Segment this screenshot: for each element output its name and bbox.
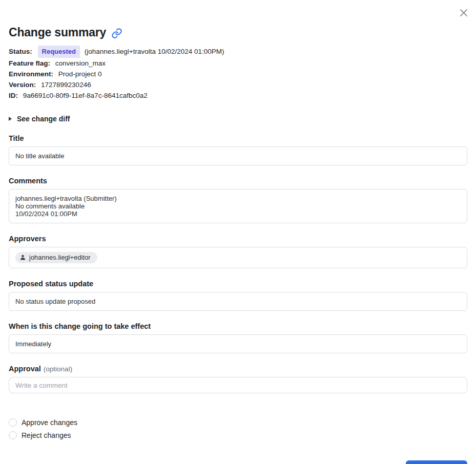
environment-row: Environment: Prod-project 0 [9,69,467,79]
change-summary-dialog: Change summary Status: Requested (johann… [0,0,476,464]
approval-optional-text: (optional) [44,365,72,373]
approvers-section-label: Approvers [9,235,467,243]
radio-circle-icon[interactable] [9,418,17,427]
approval-section: Approval (optional) [9,365,467,393]
reject-changes-radio[interactable]: Reject changes [9,431,467,439]
status-suffix: (johannes.liegl+travolta 10/02/2024 01:0… [85,48,224,55]
version-row: Version: 1727899230246 [9,79,467,90]
status-label: Status: [9,48,32,55]
reject-changes-label: Reject changes [22,431,71,439]
approvers-section: Approvers johannes.liegl+editor [9,235,467,268]
title-section-label: Title [9,134,467,142]
status-badge: Requested [38,46,80,58]
approve-changes-label: Approve changes [22,418,77,427]
proposed-status-box: No status update proposed [9,292,467,311]
chevron-right-icon [9,117,12,121]
approval-comment-input[interactable] [9,377,467,393]
proposed-status-label: Proposed status update [9,280,467,288]
version-value: 1727899230246 [41,81,91,89]
effect-label: When is this change going to take effect [9,322,467,330]
link-icon[interactable] [111,28,122,39]
feature-flag-row: Feature flag: conversion_max [9,58,467,69]
effect-box: Immediately [9,334,467,353]
radio-circle-icon[interactable] [9,431,17,439]
title-section: Title No title available [9,134,467,165]
comment-timestamp: 10/02/2024 01:00PM [15,210,461,218]
decision-radio-group: Approve changes Reject changes [9,418,467,439]
page-title-text: Change summary [9,26,106,39]
feature-flag-label: Feature flag: [9,59,50,67]
approval-label-text: Approval [9,365,41,373]
id-label: ID: [9,92,18,99]
id-row: ID: 9a6691c0-80f9-11ef-8a7c-8641cafbc0a2 [9,90,467,101]
approvers-box: johannes.liegl+editor [9,247,467,268]
dialog-footer: Cancel Confirm [9,460,467,464]
see-change-diff-label: See change diff [17,115,70,123]
person-icon [19,254,26,261]
confirm-button[interactable]: Confirm [406,460,467,464]
proposed-status-section: Proposed status update No status update … [9,280,467,311]
comments-box: johannes.liegl+travolta (Submitter) No c… [9,189,467,223]
close-icon [459,8,469,18]
comment-body: No comments available [15,202,461,210]
page-title: Change summary [9,0,467,39]
effect-section: When is this change going to take effect… [9,322,467,353]
environment-label: Environment: [9,70,53,78]
environment-value: Prod-project 0 [58,70,102,78]
comments-section-label: Comments [9,177,467,185]
comment-submitter: johannes.liegl+travolta (Submitter) [15,195,461,202]
status-row: Status: Requested (johannes.liegl+travol… [9,46,467,58]
meta-list: Status: Requested (johannes.liegl+travol… [9,46,467,101]
close-button[interactable] [457,6,470,19]
approval-label: Approval (optional) [9,365,467,373]
approver-chip[interactable]: johannes.liegl+editor [15,252,97,263]
id-value: 9a6691c0-80f9-11ef-8a7c-8641cafbc0a2 [23,92,148,99]
approver-chip-label: johannes.liegl+editor [29,254,91,261]
version-label: Version: [9,81,36,89]
see-change-diff-toggle[interactable]: See change diff [9,115,467,123]
approve-changes-radio[interactable]: Approve changes [9,418,467,427]
feature-flag-value: conversion_max [55,59,106,67]
title-value-box: No title available [9,146,467,165]
comments-section: Comments johannes.liegl+travolta (Submit… [9,177,467,223]
